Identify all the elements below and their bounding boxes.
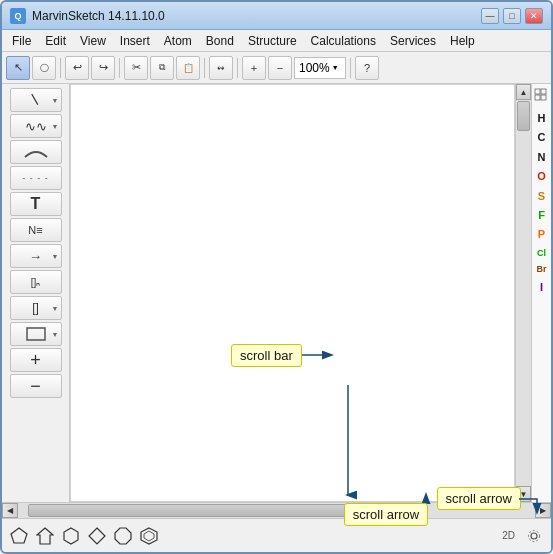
scroll-down-button[interactable]: ▼ [516, 486, 531, 502]
chain-tool[interactable]: ∿∿ ▼ [10, 114, 62, 138]
toolbar-separator-5 [350, 58, 351, 78]
cut-button[interactable]: ✂ [124, 56, 148, 80]
svg-rect-3 [535, 89, 540, 94]
element-Br[interactable]: Br [533, 262, 550, 277]
element-panel-top [533, 88, 550, 108]
canvas-content: scroll bar [71, 85, 514, 501]
svg-rect-5 [535, 95, 540, 100]
paste-button[interactable]: 📋 [176, 56, 200, 80]
toolbar-separator-3 [204, 58, 205, 78]
settings-button[interactable] [523, 525, 545, 547]
minus-tool[interactable]: − [10, 374, 62, 398]
dashes-tool[interactable]: - - - - [10, 166, 62, 190]
svg-rect-0 [27, 328, 45, 340]
left-toolbar: / ▼ ∿∿ ▼ - - - - T N≡ → ▼ []ₙ [] ▼ [2, 84, 70, 502]
help-button[interactable]: ? [355, 56, 379, 80]
element-P[interactable]: P [533, 226, 550, 243]
arc-tool[interactable] [10, 140, 62, 164]
arrow-tool[interactable]: → ▼ [10, 244, 62, 268]
scroll-right-button[interactable]: ▶ [535, 503, 551, 518]
main-window: Q MarvinSketch 14.11.10.0 — □ ✕ File Edi… [0, 0, 553, 554]
text-tool[interactable]: T [10, 192, 62, 216]
minimize-button[interactable]: — [481, 8, 499, 24]
svg-marker-10 [89, 528, 105, 544]
window-title: MarvinSketch 14.11.10.0 [32, 9, 475, 23]
element-F[interactable]: F [533, 207, 550, 224]
element-H[interactable]: H [533, 110, 550, 127]
periodic-table-icon [534, 88, 550, 104]
scroll-track-vertical[interactable] [516, 100, 531, 486]
redo-button[interactable]: ↪ [91, 56, 115, 80]
svg-rect-6 [541, 95, 546, 100]
window-controls: — □ ✕ [481, 8, 543, 24]
scroll-bar-label: scroll bar [231, 344, 302, 367]
shape-diamond-btn[interactable] [86, 525, 108, 547]
svg-marker-11 [115, 528, 131, 544]
close-button[interactable]: ✕ [525, 8, 543, 24]
zoom-out-button[interactable]: − [268, 56, 292, 80]
menu-bond[interactable]: Bond [200, 32, 240, 50]
bottom-area: ◀ ▶ [2, 502, 551, 552]
main-content-area: / ▼ ∿∿ ▼ - - - - T N≡ → ▼ []ₙ [] ▼ [2, 84, 551, 502]
element-N[interactable]: N [533, 149, 550, 166]
element-S[interactable]: S [533, 188, 550, 205]
element-Cl[interactable]: Cl [533, 246, 550, 261]
element-O[interactable]: O [533, 168, 550, 185]
copy-button[interactable]: ⧉ [150, 56, 174, 80]
scroll-arrow-label: scroll arrow [344, 503, 428, 526]
scroll-track-horizontal[interactable] [18, 503, 535, 518]
horizontal-scrollbar: ◀ ▶ [2, 502, 551, 518]
menu-file[interactable]: File [6, 32, 37, 50]
shape-pentagon-btn[interactable] [8, 525, 30, 547]
scroll-left-button[interactable]: ◀ [2, 503, 18, 518]
select-tool-button[interactable]: ↖ [6, 56, 30, 80]
svg-marker-7 [11, 528, 27, 543]
drawing-canvas[interactable]: scroll bar [70, 84, 515, 502]
atom-map-button[interactable]: ↭ [209, 56, 233, 80]
menu-calculations[interactable]: Calculations [305, 32, 382, 50]
toolbar-separator-1 [60, 58, 61, 78]
zoom-dropdown-arrow[interactable]: ▼ [332, 64, 339, 71]
rectangle-tool[interactable]: ▼ [10, 322, 62, 346]
svg-marker-13 [144, 531, 154, 541]
shape-octagon-btn[interactable] [112, 525, 134, 547]
main-toolbar: ↖ ◯ ↩ ↪ ✂ ⧉ 📋 ↭ + − 100% ▼ ? [2, 52, 551, 84]
menu-edit[interactable]: Edit [39, 32, 72, 50]
element-panel: H C N O S F P Cl Br I [531, 84, 551, 502]
plus-tool[interactable]: + [10, 348, 62, 372]
numbered-text-tool[interactable]: N≡ [10, 218, 62, 242]
menu-help[interactable]: Help [444, 32, 481, 50]
zoom-value-display: 100% ▼ [294, 57, 346, 79]
scroll-up-button[interactable]: ▲ [516, 84, 531, 100]
scroll-thumb-vertical[interactable] [517, 101, 530, 131]
zoom-in-button[interactable]: + [242, 56, 266, 80]
menu-view[interactable]: View [74, 32, 112, 50]
maximize-button[interactable]: □ [503, 8, 521, 24]
app-icon: Q [10, 8, 26, 24]
menu-structure[interactable]: Structure [242, 32, 303, 50]
element-I[interactable]: I [533, 279, 550, 296]
menu-atom[interactable]: Atom [158, 32, 198, 50]
menu-services[interactable]: Services [384, 32, 442, 50]
bracket-n-tool[interactable]: []ₙ [10, 270, 62, 294]
toolbar-separator-4 [237, 58, 238, 78]
element-C[interactable]: C [533, 129, 550, 146]
menu-insert[interactable]: Insert [114, 32, 156, 50]
title-bar: Q MarvinSketch 14.11.10.0 — □ ✕ [2, 2, 551, 30]
vertical-scrollbar: ▲ ▼ [515, 84, 531, 502]
undo-button[interactable]: ↩ [65, 56, 89, 80]
bond-tool[interactable]: / ▼ [10, 88, 62, 112]
bottom-toolbar: scroll arrow 2D [2, 518, 551, 552]
toolbar-separator-2 [119, 58, 120, 78]
vertical-annotation-arrow [338, 385, 358, 502]
shape-hexagon-btn[interactable] [60, 525, 82, 547]
svg-rect-4 [541, 89, 546, 94]
svg-point-14 [531, 533, 537, 539]
bracket-tool[interactable]: [] ▼ [10, 296, 62, 320]
shape-house-btn[interactable] [34, 525, 56, 547]
lasso-tool-button[interactable]: ◯ [32, 56, 56, 80]
settings-icon [526, 528, 542, 544]
svg-marker-9 [64, 528, 78, 544]
shape-benzene-btn[interactable] [138, 525, 160, 547]
scroll-bar-annotation: scroll bar [231, 345, 341, 365]
